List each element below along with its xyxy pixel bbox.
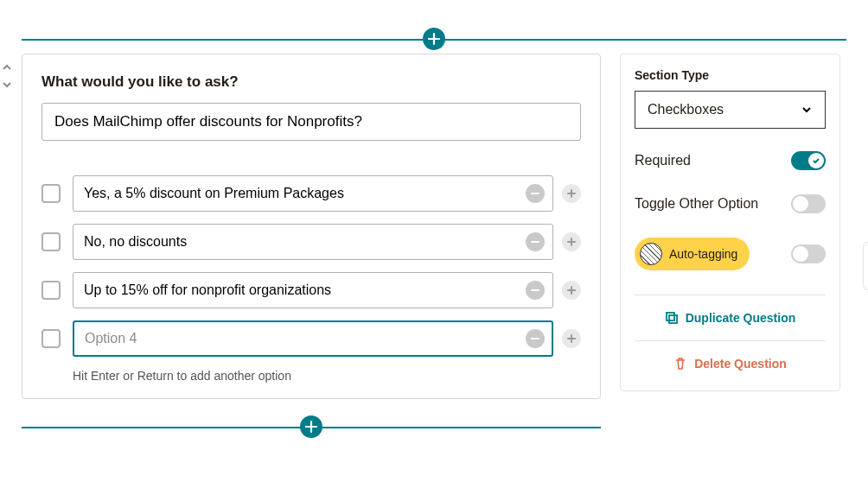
scroll-down-chevron[interactable] xyxy=(2,78,12,93)
toggle-other-toggle[interactable] xyxy=(791,194,826,213)
option-text-input[interactable] xyxy=(73,320,553,357)
required-label: Required xyxy=(635,153,691,168)
toggle-other-label: Toggle Other Option xyxy=(635,196,758,212)
option-checkbox[interactable] xyxy=(41,184,61,203)
add-option-button[interactable] xyxy=(562,329,581,348)
svg-rect-1 xyxy=(669,315,677,323)
remove-option-button[interactable] xyxy=(526,281,545,300)
plus-icon xyxy=(567,286,576,295)
option-row xyxy=(41,272,581,308)
question-editor-card: What would you like to ask? xyxy=(22,54,601,399)
question-prompt-label: What would you like to ask? xyxy=(41,73,581,91)
remove-option-button[interactable] xyxy=(526,184,545,203)
required-toggle[interactable] xyxy=(791,151,826,170)
add-section-above-button[interactable] xyxy=(423,28,445,50)
chevron-down-icon xyxy=(2,79,12,90)
option-checkbox[interactable] xyxy=(41,281,61,300)
plus-icon xyxy=(567,334,576,343)
duplicate-question-label: Duplicate Question xyxy=(686,311,796,325)
section-type-label: Section Type xyxy=(635,68,826,82)
add-option-button[interactable] xyxy=(562,232,581,251)
option-checkbox[interactable] xyxy=(41,329,61,348)
chevron-up-icon xyxy=(2,62,12,73)
remove-option-button[interactable] xyxy=(526,232,545,251)
minus-icon xyxy=(531,238,539,246)
insert-section-divider-top xyxy=(22,39,846,41)
svg-rect-0 xyxy=(667,313,674,320)
option-text-input[interactable] xyxy=(73,175,553,212)
delete-question-button[interactable]: Delete Question xyxy=(635,340,826,386)
plus-icon xyxy=(304,420,318,434)
option-row xyxy=(41,175,581,212)
remove-option-button[interactable] xyxy=(526,329,545,348)
add-option-button[interactable] xyxy=(562,281,581,300)
plus-icon xyxy=(567,189,576,198)
add-option-hint: Hit Enter or Return to add another optio… xyxy=(73,369,581,383)
trash-icon xyxy=(673,357,687,371)
right-edge-handle[interactable] xyxy=(863,242,868,290)
check-icon xyxy=(812,156,820,165)
plus-icon xyxy=(567,238,576,246)
chevron-down-icon xyxy=(801,104,813,116)
option-row xyxy=(41,320,581,357)
options-list: Hit Enter or Return to add another optio… xyxy=(41,175,581,383)
insert-section-divider-bottom xyxy=(22,427,601,428)
auto-tagging-pill: Auto-tagging xyxy=(635,238,750,270)
auto-tagging-icon xyxy=(640,243,662,265)
option-row xyxy=(41,224,581,260)
option-text-input[interactable] xyxy=(73,272,553,308)
question-settings-panel: Section Type Checkboxes Required Toggle … xyxy=(620,54,840,391)
minus-icon xyxy=(531,334,539,343)
toggle-other-row: Toggle Other Option xyxy=(635,194,826,213)
minus-icon xyxy=(531,189,539,198)
add-section-below-button[interactable] xyxy=(300,415,322,438)
duplicate-question-button[interactable]: Duplicate Question xyxy=(635,295,826,340)
section-type-value: Checkboxes xyxy=(648,102,724,117)
duplicate-icon xyxy=(665,311,679,325)
section-type-select[interactable]: Checkboxes xyxy=(635,91,826,129)
auto-tagging-label: Auto-tagging xyxy=(669,247,737,261)
option-text-input[interactable] xyxy=(73,224,553,260)
scroll-up-chevron[interactable] xyxy=(2,60,12,76)
auto-tagging-toggle[interactable] xyxy=(791,244,826,263)
plus-icon xyxy=(427,32,441,46)
delete-question-label: Delete Question xyxy=(694,357,787,371)
add-option-button[interactable] xyxy=(562,184,581,203)
question-text-input[interactable] xyxy=(41,103,581,141)
minus-icon xyxy=(531,286,539,295)
auto-tagging-row: Auto-tagging xyxy=(635,238,826,270)
required-row: Required xyxy=(635,151,826,170)
option-checkbox[interactable] xyxy=(41,232,61,251)
